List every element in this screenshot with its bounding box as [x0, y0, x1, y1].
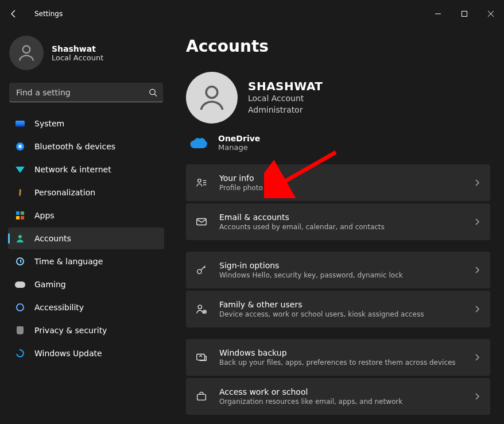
svg-point-3 — [18, 235, 22, 238]
card-subtitle: Accounts used by email, calendar, and co… — [219, 223, 462, 231]
chevron-right-icon — [473, 305, 481, 313]
service-title: OneDrive — [218, 134, 260, 143]
sidebar-item-label: Personalization — [34, 188, 95, 197]
sidebar-item-privacy[interactable]: Privacy & security — [8, 319, 164, 341]
card-subtitle: Device access, work or school users, kio… — [219, 310, 462, 318]
chevron-right-icon — [473, 353, 481, 361]
window-controls — [425, 5, 504, 23]
sidebar-item-label: Gaming — [34, 280, 66, 289]
sidebar-item-accessibility[interactable]: Accessibility — [8, 296, 164, 318]
card-text: Sign-in options Windows Hello, security … — [219, 261, 462, 279]
clock-icon — [15, 256, 25, 267]
sidebar-item-label: Accounts — [34, 234, 71, 243]
shield-icon — [15, 325, 25, 336]
sidebar-item-label: System — [34, 119, 64, 128]
svg-point-7 — [197, 269, 201, 273]
sidebar-item-accounts[interactable]: Accounts — [8, 228, 164, 249]
user-subtitle: Local Account — [52, 53, 103, 62]
arrow-left-icon — [9, 9, 18, 18]
card-family-users[interactable]: Family & other users Device access, work… — [186, 291, 490, 327]
minimize-icon — [435, 11, 441, 17]
maximize-button[interactable] — [451, 5, 478, 23]
chevron-right-icon — [473, 392, 481, 400]
card-subtitle: Profile photo — [219, 184, 462, 192]
main-content: Accounts SHASHWAT Local Account Administ… — [172, 28, 504, 424]
card-text: Windows backup Back up your files, apps,… — [219, 348, 462, 367]
sidebar-item-gaming[interactable]: Gaming — [8, 273, 164, 295]
user-text: Shashwat Local Account — [52, 44, 103, 62]
sidebar: Shashwat Local Account System ✱ Bluetoot… — [0, 28, 172, 424]
maximize-icon — [462, 11, 467, 17]
briefcase-icon — [195, 390, 208, 403]
service-text: OneDrive Manage — [218, 134, 260, 152]
sidebar-item-network[interactable]: Network & internet — [8, 159, 164, 180]
key-icon — [195, 264, 208, 276]
family-icon — [195, 303, 208, 315]
bluetooth-icon: ✱ — [15, 141, 25, 152]
person-icon — [16, 43, 37, 63]
svg-rect-11 — [197, 394, 206, 400]
wifi-icon — [15, 164, 25, 175]
card-title: Your info — [219, 174, 462, 183]
chevron-right-icon — [473, 179, 481, 187]
sidebar-item-label: Privacy & security — [34, 326, 107, 335]
onedrive-icon — [189, 137, 208, 149]
system-icon — [15, 118, 25, 129]
search-wrap — [9, 83, 163, 102]
card-title: Email & accounts — [219, 213, 462, 222]
profile-name: SHASHWAT — [248, 79, 323, 93]
close-button[interactable] — [478, 5, 504, 23]
minimize-button[interactable] — [425, 5, 451, 23]
svg-rect-0 — [462, 11, 467, 17]
sidebar-item-personalization[interactable]: Personalization — [8, 182, 164, 203]
svg-point-1 — [23, 46, 30, 53]
accounts-icon — [15, 233, 25, 244]
close-icon — [488, 11, 494, 17]
card-title: Family & other users — [219, 300, 462, 309]
card-text: Access work or school Organization resou… — [219, 387, 462, 406]
titlebar: Settings — [0, 0, 504, 28]
sidebar-item-system[interactable]: System — [8, 113, 164, 134]
window-title: Settings — [34, 10, 63, 18]
settings-cards: Your info Profile photo Email & accounts… — [186, 164, 490, 415]
card-email-accounts[interactable]: Email & accounts Accounts used by email,… — [186, 203, 490, 240]
svg-point-5 — [198, 179, 201, 183]
apps-icon — [15, 210, 25, 221]
service-subtitle: Manage — [218, 143, 260, 152]
sidebar-item-bluetooth[interactable]: ✱ Bluetooth & devices — [8, 136, 164, 157]
card-text: Email & accounts Accounts used by email,… — [219, 213, 462, 231]
card-title: Sign-in options — [219, 261, 462, 270]
profile-text: SHASHWAT Local Account Administrator — [248, 79, 323, 115]
sidebar-item-update[interactable]: Windows Update — [8, 342, 164, 364]
accessibility-icon — [15, 302, 25, 313]
avatar-large — [186, 72, 238, 124]
nav: System ✱ Bluetooth & devices Network & i… — [8, 113, 164, 364]
card-your-info[interactable]: Your info Profile photo — [186, 164, 490, 201]
card-work-school[interactable]: Access work or school Organization resou… — [186, 378, 490, 415]
svg-rect-6 — [197, 219, 207, 225]
card-subtitle: Windows Hello, security key, password, d… — [219, 271, 462, 279]
card-subtitle: Organization resources like email, apps,… — [219, 398, 462, 406]
chevron-right-icon — [473, 218, 481, 226]
user-block[interactable]: Shashwat Local Account — [8, 33, 164, 80]
titlebar-left: Settings — [5, 5, 63, 23]
profile-role: Administrator — [248, 105, 323, 116]
back-button[interactable] — [5, 5, 23, 23]
your-info-icon — [195, 176, 208, 189]
card-windows-backup[interactable]: Windows backup Back up your files, apps,… — [186, 339, 490, 376]
card-title: Windows backup — [219, 348, 462, 357]
search-input[interactable] — [9, 83, 163, 102]
sidebar-item-time[interactable]: Time & language — [8, 250, 164, 272]
card-signin-options[interactable]: Sign-in options Windows Hello, security … — [186, 252, 490, 288]
sidebar-item-apps[interactable]: Apps — [8, 205, 164, 226]
onedrive-row[interactable]: OneDrive Manage — [186, 134, 490, 164]
sidebar-item-label: Network & internet — [34, 165, 111, 174]
chevron-right-icon — [473, 266, 481, 274]
card-subtitle: Back up your files, apps, preferences to… — [219, 359, 462, 367]
sidebar-item-label: Bluetooth & devices — [34, 142, 115, 151]
svg-point-4 — [206, 87, 218, 98]
paintbrush-icon — [15, 187, 25, 198]
sidebar-item-label: Time & language — [34, 257, 103, 266]
search-icon — [149, 88, 157, 97]
profile-account-type: Local Account — [248, 93, 323, 105]
